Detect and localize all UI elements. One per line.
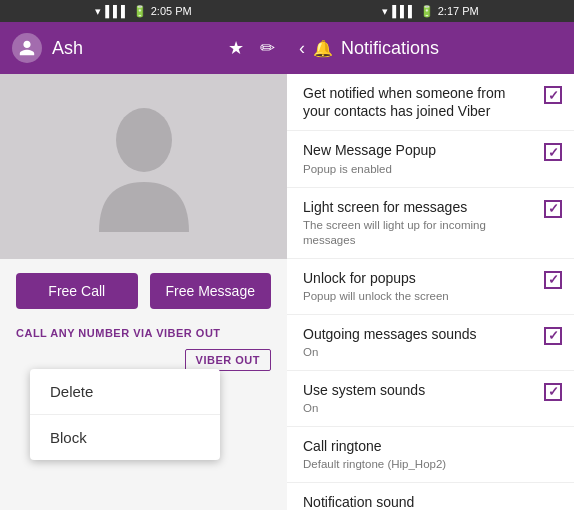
signal-icon-right: ▌▌▌ bbox=[392, 5, 415, 17]
checkbox[interactable] bbox=[544, 383, 562, 401]
signal-icon: ▌▌▌ bbox=[105, 5, 128, 17]
free-call-button[interactable]: Free Call bbox=[16, 273, 138, 309]
notification-subtitle: Default ringtone (Hip_Hop2) bbox=[303, 457, 554, 472]
notification-item[interactable]: Outgoing messages soundsOn bbox=[287, 315, 574, 371]
notifications-header: ‹ 🔔 Notifications bbox=[287, 22, 574, 74]
status-bar-left: ▾ ▌▌▌ 🔋 2:05 PM bbox=[0, 0, 287, 22]
checkbox[interactable] bbox=[544, 143, 562, 161]
viber-out-link[interactable]: CALL ANY NUMBER VIA VIBER OUT bbox=[0, 323, 287, 347]
dropdown-item-block[interactable]: Block bbox=[30, 415, 220, 460]
wifi-icon: ▾ bbox=[95, 5, 101, 18]
checkbox[interactable] bbox=[544, 200, 562, 218]
status-time-left: 2:05 PM bbox=[151, 5, 192, 17]
viber-out-button[interactable]: VIBER OUT bbox=[185, 349, 271, 371]
notification-item[interactable]: Use system soundsOn bbox=[287, 371, 574, 427]
right-panel: ▾ ▌▌▌ 🔋 2:17 PM ‹ 🔔 Notifications Get no… bbox=[287, 0, 574, 510]
checkbox[interactable] bbox=[544, 327, 562, 345]
notification-item[interactable]: New Message PopupPopup is enabled bbox=[287, 131, 574, 187]
free-message-button[interactable]: Free Message bbox=[150, 273, 272, 309]
notification-title: Use system sounds bbox=[303, 381, 536, 399]
wifi-icon-right: ▾ bbox=[382, 5, 388, 18]
notification-item[interactable]: Get notified when someone from your cont… bbox=[287, 74, 574, 131]
notification-item: Call ringtoneDefault ringtone (Hip_Hop2) bbox=[287, 427, 574, 483]
notification-subtitle: On bbox=[303, 345, 536, 360]
profile-silhouette bbox=[94, 102, 194, 232]
notification-title: Get notified when someone from your cont… bbox=[303, 84, 536, 120]
notification-item: Notification soundDefault ringtone (Pixi… bbox=[287, 483, 574, 510]
checkbox[interactable] bbox=[544, 86, 562, 104]
bell-icon: 🔔 bbox=[313, 39, 333, 58]
avatar bbox=[12, 33, 42, 63]
notifications-list: Get notified when someone from your cont… bbox=[287, 74, 574, 510]
notification-subtitle: Popup will unlock the screen bbox=[303, 289, 536, 304]
notification-title: Outgoing messages sounds bbox=[303, 325, 536, 343]
notification-item[interactable]: Unlock for popupsPopup will unlock the s… bbox=[287, 259, 574, 315]
star-icon[interactable]: ★ bbox=[228, 37, 244, 59]
battery-icon-right: 🔋 bbox=[420, 5, 434, 18]
notification-subtitle: The screen will light up for incoming me… bbox=[303, 218, 536, 248]
notification-subtitle: Popup is enabled bbox=[303, 162, 536, 177]
notification-title: Unlock for popups bbox=[303, 269, 536, 287]
dropdown-menu: Delete Block bbox=[30, 369, 220, 460]
status-time-right: 2:17 PM bbox=[438, 5, 479, 17]
notification-title: Call ringtone bbox=[303, 437, 554, 455]
checkbox[interactable] bbox=[544, 271, 562, 289]
edit-icon[interactable]: ✏ bbox=[260, 37, 275, 59]
contact-header: Ash ★ ✏ bbox=[0, 22, 287, 74]
battery-icon: 🔋 bbox=[133, 5, 147, 18]
left-panel: ▾ ▌▌▌ 🔋 2:05 PM Ash ★ ✏ Free Call Free M… bbox=[0, 0, 287, 510]
notification-title: Light screen for messages bbox=[303, 198, 536, 216]
status-bar-right: ▾ ▌▌▌ 🔋 2:17 PM bbox=[287, 0, 574, 22]
contact-name: Ash bbox=[52, 38, 218, 59]
person-icon bbox=[18, 39, 36, 57]
profile-photo bbox=[0, 74, 287, 259]
notification-title: Notification sound bbox=[303, 493, 554, 510]
notification-subtitle: On bbox=[303, 401, 536, 416]
dropdown-item-delete[interactable]: Delete bbox=[30, 369, 220, 415]
action-buttons: Free Call Free Message bbox=[0, 259, 287, 323]
notification-item[interactable]: Light screen for messagesThe screen will… bbox=[287, 188, 574, 259]
header-icons: ★ ✏ bbox=[228, 37, 275, 59]
notification-title: New Message Popup bbox=[303, 141, 536, 159]
svg-point-0 bbox=[116, 108, 172, 172]
notifications-title: Notifications bbox=[341, 38, 439, 59]
back-icon[interactable]: ‹ bbox=[299, 38, 305, 59]
